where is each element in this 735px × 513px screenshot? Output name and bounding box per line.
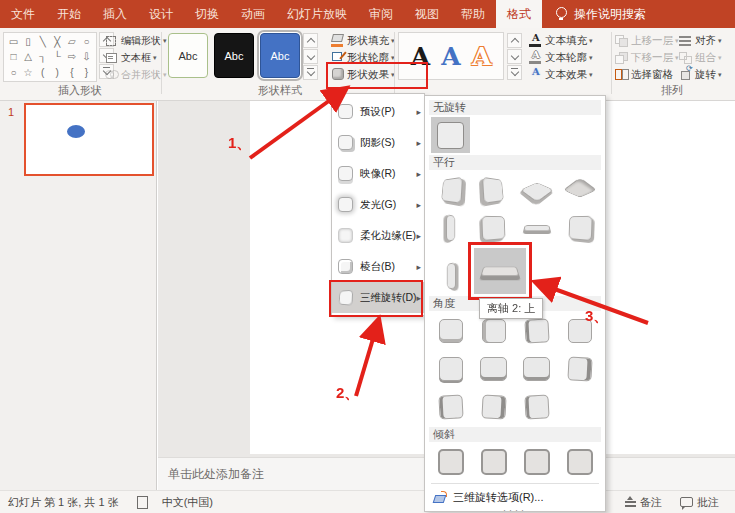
selection-pane-button[interactable]: 选择窗格 xyxy=(614,66,679,83)
shape-icon[interactable]: └ xyxy=(51,50,64,63)
shape-icon[interactable]: ⇩ xyxy=(80,50,93,63)
menu-tab[interactable]: 切换 xyxy=(184,0,230,28)
notes-toggle-button[interactable]: 备注 xyxy=(625,495,662,510)
rotation-thumb-shape xyxy=(523,357,550,381)
shape-icon[interactable]: ☆ xyxy=(22,66,35,79)
menu-item-glow[interactable]: 发光(G)▸ xyxy=(332,189,424,220)
submenu-arrow-icon: ▸ xyxy=(416,293,421,303)
menu-item-rotation-3d[interactable]: 三维旋转(D)▸ xyxy=(332,282,424,313)
rotation-thumb[interactable] xyxy=(517,444,556,480)
rotation-thumb[interactable] xyxy=(560,172,599,208)
menu-tab[interactable]: 动画 xyxy=(230,0,276,28)
menu-item-preset[interactable]: 预设(P)▸ xyxy=(332,96,424,127)
arrange-buttons-right: 对齐▾组合▾旋转▾ xyxy=(678,32,722,83)
rotation-thumb[interactable] xyxy=(431,172,470,208)
submenu-arrow-icon: ▸ xyxy=(416,262,421,272)
rotation-thumb-shape xyxy=(563,177,597,197)
menu-item-shadow[interactable]: 阴影(S)▸ xyxy=(332,127,424,158)
wordart-style[interactable]: A xyxy=(411,44,430,69)
rotation-thumb[interactable] xyxy=(431,313,470,349)
rotation-thumb[interactable] xyxy=(474,351,513,387)
shapes-gallery[interactable]: ▭▯╲╳▱○□△┐└⇨⇩○☆(){} xyxy=(3,32,97,82)
rotation-thumb[interactable] xyxy=(517,172,556,208)
shape-style-chip[interactable]: Abc xyxy=(168,33,208,78)
rotation-options-label: 三维旋转选项(R)... xyxy=(453,490,543,505)
shape-icon[interactable]: □ xyxy=(7,50,20,63)
edit-shape-button[interactable]: 编辑形状▾ xyxy=(104,32,167,49)
menu-resize-grip[interactable]: ···· xyxy=(429,507,601,513)
rotation-thumb[interactable] xyxy=(517,210,556,246)
rotation-thumb[interactable] xyxy=(431,210,470,246)
rotation-thumb[interactable] xyxy=(474,444,513,480)
shape-icon[interactable]: ╲ xyxy=(36,35,49,48)
tell-me-search[interactable]: 操作说明搜索 xyxy=(556,0,646,28)
rotate-button[interactable]: 旋转▾ xyxy=(678,66,722,83)
menu-item-bevel[interactable]: 棱台(B)▸ xyxy=(332,251,424,282)
rotation-thumb[interactable] xyxy=(431,389,470,425)
menu-tab[interactable]: 文件 xyxy=(0,0,46,28)
shape-icon[interactable]: ▭ xyxy=(7,35,20,48)
rotation-thumb[interactable] xyxy=(560,444,599,480)
scroll-up-icon[interactable] xyxy=(303,33,318,48)
gallery-row xyxy=(431,210,601,246)
shape-icon[interactable]: } xyxy=(80,66,93,79)
rotation-thumb[interactable] xyxy=(474,210,513,246)
shape-style-chip[interactable]: Abc xyxy=(214,33,254,78)
menu-tab[interactable]: 格式 xyxy=(496,0,542,28)
menu-tab[interactable]: 设计 xyxy=(138,0,184,28)
shadow-icon xyxy=(338,135,353,150)
scroll-down-icon[interactable] xyxy=(303,49,318,64)
rotation-options-item[interactable]: 三维旋转选项(R)... xyxy=(429,487,601,507)
gallery-more-icon[interactable] xyxy=(507,65,522,80)
rotation-thumb[interactable] xyxy=(474,248,526,294)
shape-icon[interactable]: ┐ xyxy=(36,50,49,63)
annotation-step-1: 1、 xyxy=(228,134,251,153)
shape-icon[interactable]: ○ xyxy=(80,35,93,48)
rotation-thumb[interactable] xyxy=(431,117,470,153)
shape-icon[interactable]: ▱ xyxy=(65,35,78,48)
rotation-thumb[interactable] xyxy=(431,444,470,480)
comments-toggle-button[interactable]: 批注 xyxy=(680,495,719,510)
menu-tab[interactable]: 帮助 xyxy=(450,0,496,28)
shape-icon[interactable]: ○ xyxy=(7,66,20,79)
language-label[interactable]: 中文(中国) xyxy=(162,495,213,510)
menu-tab[interactable]: 视图 xyxy=(404,0,450,28)
rotation-thumb[interactable] xyxy=(560,351,599,387)
rotation-thumb[interactable] xyxy=(517,389,556,425)
text-fill-button[interactable]: 文本填充▾ xyxy=(528,32,593,49)
menu-tab[interactable]: 审阅 xyxy=(358,0,404,28)
shape-icon[interactable]: ▯ xyxy=(22,35,35,48)
rotation-thumb[interactable] xyxy=(474,389,513,425)
shape-fill-button[interactable]: 形状填充▾ xyxy=(330,32,395,49)
gallery-more-icon[interactable] xyxy=(303,65,318,80)
wordart-style[interactable]: A xyxy=(472,44,491,69)
shape-effects-button[interactable]: 形状效果▾ xyxy=(330,66,395,83)
menu-tab[interactable]: 插入 xyxy=(92,0,138,28)
shape-outline-button[interactable]: 形状轮廓▾ xyxy=(330,49,395,66)
scroll-up-icon[interactable] xyxy=(507,33,522,48)
slide-thumbnail[interactable] xyxy=(24,103,154,176)
dropdown-caret-icon: ▾ xyxy=(718,54,722,62)
scroll-down-icon[interactable] xyxy=(507,49,522,64)
text-effects-button[interactable]: 文本效果▾ xyxy=(528,66,593,83)
rotation-thumb[interactable] xyxy=(560,210,599,246)
shape-icon[interactable]: ( xyxy=(36,66,49,79)
shape-icon[interactable]: △ xyxy=(22,50,35,63)
rotation-thumb[interactable] xyxy=(517,351,556,387)
rotation-thumb[interactable] xyxy=(474,172,513,208)
menu-item-soft-edges[interactable]: 柔化边缘(E)▸ xyxy=(332,220,424,251)
menu-tab[interactable]: 开始 xyxy=(46,0,92,28)
rotation-thumb[interactable] xyxy=(431,351,470,387)
text-outline-button[interactable]: 文本轮廓▾ xyxy=(528,49,593,66)
wordart-style[interactable]: A xyxy=(441,44,460,69)
menu-tab[interactable]: 幻灯片放映 xyxy=(276,0,358,28)
shape-icon[interactable]: ╳ xyxy=(51,35,64,48)
shape-style-chip[interactable]: Abc xyxy=(260,33,300,78)
shape-icon[interactable]: ⇨ xyxy=(65,50,78,63)
text-box-button[interactable]: 文本框▾ xyxy=(104,49,167,66)
shape-icon[interactable]: { xyxy=(65,66,78,79)
shape-icon[interactable]: ) xyxy=(51,66,64,79)
align-button[interactable]: 对齐▾ xyxy=(678,32,722,49)
rotation-thumb[interactable] xyxy=(431,258,470,294)
menu-item-reflection[interactable]: 映像(R)▸ xyxy=(332,158,424,189)
